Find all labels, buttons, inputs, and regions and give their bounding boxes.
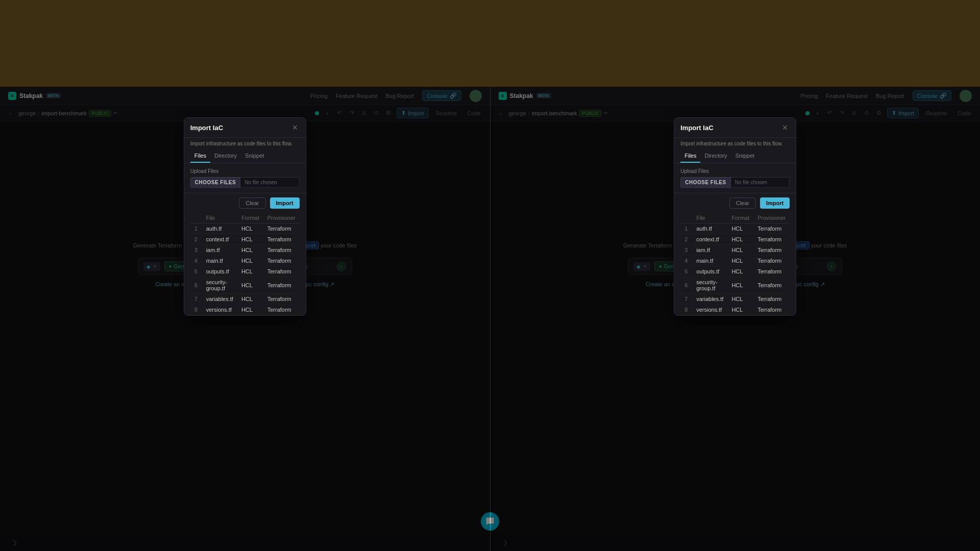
table-row: 5 outputs.tf HCL Terraform <box>190 266 300 277</box>
import-action-btn-left[interactable]: Import <box>270 197 300 209</box>
modal-header-right: Import IaC ✕ <box>674 118 796 138</box>
files-table-right: File Format Provisioner 1 auth.tf HCL Te… <box>674 213 796 315</box>
import-action-btn-right[interactable]: Import <box>760 197 790 209</box>
top-bar <box>0 0 980 87</box>
col-provisioner-left: Provisioner <box>263 213 300 223</box>
modal-tab-directory-right[interactable]: Directory <box>700 149 731 163</box>
modal-subtitle-left: Import infrastructure as code files to t… <box>184 138 306 149</box>
table-row: 8 versions.tf HCL Terraform <box>190 305 300 315</box>
col-num-right <box>680 213 692 223</box>
modal-footer-left: Clear Import <box>184 193 306 213</box>
modal-right: Import IaC ✕ Import infrastructure as co… <box>674 117 796 316</box>
modal-footer-right: Clear Import <box>674 193 796 213</box>
table-row: 2 context.tf HCL Terraform <box>190 234 300 245</box>
modal-title-left: Import IaC <box>190 124 223 132</box>
table-row: 3 iam.tf HCL Terraform <box>190 245 300 256</box>
choose-files-btn-right[interactable]: CHOOSE FILES <box>680 177 730 188</box>
table-row: 6 security-group.tf HCL Terraform <box>680 277 790 294</box>
table-row: 7 variables.tf HCL Terraform <box>190 294 300 305</box>
files-table-left: File Format Provisioner 1 auth.tf HCL Te… <box>184 213 306 315</box>
table-row: 3 iam.tf HCL Terraform <box>680 245 790 256</box>
modal-tab-directory-left[interactable]: Directory <box>210 149 241 163</box>
table-row: 2 context.tf HCL Terraform <box>680 234 790 245</box>
col-format-right: Format <box>727 213 753 223</box>
file-chosen-left: No file chosen <box>240 177 300 188</box>
modal-body-left: Upload Files CHOOSE FILES No file chosen <box>184 163 306 193</box>
table-row: 6 security-group.tf HCL Terraform <box>190 277 300 294</box>
table-row: 1 auth.tf HCL Terraform <box>190 223 300 234</box>
col-format-left: Format <box>237 213 263 223</box>
modal-left: Import IaC ✕ Import infrastructure as co… <box>184 117 306 316</box>
table-row: 8 versions.tf HCL Terraform <box>680 305 790 315</box>
choose-files-btn-left[interactable]: CHOOSE FILES <box>190 177 240 188</box>
modal-body-right: Upload Files CHOOSE FILES No file chosen <box>674 163 796 193</box>
modal-tab-snippet-right[interactable]: Snippet <box>731 149 758 163</box>
table-row: 5 outputs.tf HCL Terraform <box>680 266 790 277</box>
modal-title-right: Import IaC <box>680 124 713 132</box>
modal-tab-files-left[interactable]: Files <box>190 149 210 163</box>
modal-tab-files-right[interactable]: Files <box>680 149 700 163</box>
modal-tab-snippet-left[interactable]: Snippet <box>241 149 268 163</box>
col-provisioner-right: Provisioner <box>753 213 790 223</box>
file-chosen-right: No file chosen <box>731 177 790 188</box>
modal-close-left[interactable]: ✕ <box>290 123 300 132</box>
panel-left: S Stakpak BETA Pricing Feature Request B… <box>0 87 490 551</box>
modal-overlay-right: Import IaC ✕ Import infrastructure as co… <box>491 87 981 551</box>
upload-label-right: Upload Files <box>680 168 790 174</box>
table-row: 1 auth.tf HCL Terraform <box>680 223 790 234</box>
col-file-right: File <box>692 213 727 223</box>
clear-btn-right[interactable]: Clear <box>729 197 756 209</box>
col-file-left: File <box>202 213 237 223</box>
table-row: 4 main.tf HCL Terraform <box>680 256 790 266</box>
modal-header-left: Import IaC ✕ <box>184 118 306 138</box>
table-row: 4 main.tf HCL Terraform <box>190 256 300 266</box>
table-row: 7 variables.tf HCL Terraform <box>680 294 790 305</box>
modal-close-right[interactable]: ✕ <box>780 123 790 132</box>
clear-btn-left[interactable]: Clear <box>239 197 265 209</box>
upload-label-left: Upload Files <box>190 168 300 174</box>
panel-right: S Stakpak BETA Pricing Feature Request B… <box>491 87 981 551</box>
modal-subtitle-right: Import infrastructure as code files to t… <box>674 138 796 149</box>
file-input-row-right: CHOOSE FILES No file chosen <box>680 177 790 188</box>
modal-tabs-left: Files Directory Snippet <box>184 149 306 163</box>
modal-overlay-left: Import IaC ✕ Import infrastructure as co… <box>0 87 490 551</box>
modal-tabs-right: Files Directory Snippet <box>674 149 796 163</box>
file-input-row-left: CHOOSE FILES No file chosen <box>190 177 300 188</box>
col-num-left <box>190 213 202 223</box>
